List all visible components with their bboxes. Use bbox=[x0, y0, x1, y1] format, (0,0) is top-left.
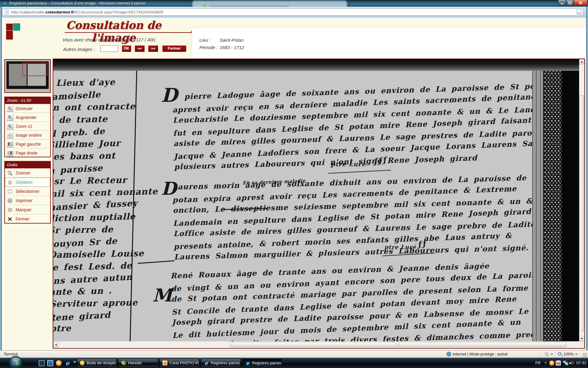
taskbar-button-label: Registres paroissiau... bbox=[252, 361, 282, 365]
paragraph-initial: M bbox=[153, 286, 172, 305]
sidebar-item-zoomer[interactable]: Zoomer bbox=[5, 168, 50, 178]
arrow-down-icon bbox=[581, 338, 583, 339]
manuscript-paragraph-1: pierre Ladogue âage de soixante ans ou e… bbox=[172, 80, 554, 173]
horizontal-scrollbar[interactable] bbox=[53, 341, 584, 348]
outlook-icon[interactable] bbox=[56, 360, 62, 366]
horizontal-scroll-thumb[interactable] bbox=[230, 342, 567, 347]
sidebar-item-imprimer[interactable]: Imprimer bbox=[5, 196, 50, 205]
ie-icon: e bbox=[3, 1, 6, 6]
vertical-scroll-thumb[interactable] bbox=[579, 95, 584, 332]
minimize-button[interactable] bbox=[558, 0, 566, 6]
thumb-grip bbox=[396, 343, 397, 346]
page-icon bbox=[5, 10, 9, 14]
book-top-edge bbox=[53, 59, 579, 71]
previous-image-button[interactable]: «« bbox=[135, 45, 145, 52]
thumbnail-viewport-rect[interactable] bbox=[22, 63, 47, 76]
scroll-down-button[interactable] bbox=[579, 336, 584, 341]
tray-expand-chevron[interactable]: < bbox=[545, 361, 547, 365]
taskbar-button[interactable]: Registres paroissiau... bbox=[243, 359, 282, 367]
mcafee-icon[interactable]: M bbox=[556, 360, 561, 366]
sidebar-item-fermer[interactable]: Fermer bbox=[5, 214, 50, 224]
printer-icon bbox=[6, 197, 13, 204]
sidebar-item-page-droite[interactable]: Page droite bbox=[5, 148, 50, 157]
sidebar-item-image-entiere[interactable]: Image entière bbox=[5, 131, 50, 140]
sidebar-item-deplacer[interactable]: Déplacer bbox=[5, 178, 50, 187]
logo-square-red-bottom bbox=[6, 31, 13, 40]
priest-signature: ptre Luré bbox=[331, 160, 366, 168]
book-cover-texture bbox=[544, 59, 562, 341]
window-frame-right bbox=[586, 7, 588, 358]
chevron-down-icon[interactable] bbox=[551, 354, 553, 355]
scroll-up-button[interactable] bbox=[579, 59, 584, 64]
quicklaunch-overflow-chevron[interactable]: » bbox=[74, 359, 76, 364]
close-button[interactable] bbox=[574, 0, 587, 6]
sidebar-item-zoom-x1[interactable]: 1 Zoom x1 bbox=[5, 122, 50, 131]
resize-grip[interactable] bbox=[583, 353, 587, 357]
manuscript-paragraph-3: René Rouaux âage de trante ans ou enviro… bbox=[170, 258, 556, 341]
tools-panel-title: Outils bbox=[5, 162, 50, 168]
statusbar-separator bbox=[555, 351, 556, 357]
start-button[interactable] bbox=[9, 356, 23, 368]
taskbar-button[interactable]: Registres paroissiau... bbox=[201, 359, 240, 367]
sidebar-item-augmenter[interactable]: Augmenter bbox=[5, 113, 50, 122]
sidebar-item-selectionner[interactable]: Sélectionner bbox=[5, 187, 50, 196]
globe-icon bbox=[447, 352, 451, 357]
manuscript-text-line: ante & un . bbox=[53, 284, 150, 298]
manuscript-viewport[interactable]: s Lieux d'ayeDamoiselleun ont contractei… bbox=[53, 59, 579, 341]
background-window-ghost bbox=[192, 1, 347, 7]
svg-text:1: 1 bbox=[9, 125, 10, 127]
taskbar-button-label: Boîte de réception - ... bbox=[87, 361, 116, 365]
navigation-thumbnail[interactable] bbox=[4, 59, 51, 93]
ink-underline bbox=[328, 170, 391, 174]
taskbar-button[interactable]: Heredis bbox=[119, 359, 158, 367]
scroll-left-button[interactable] bbox=[53, 342, 58, 347]
magnifier-minus-icon bbox=[6, 105, 13, 112]
zoom-panel: Zoom : x1.00 Diminuer Augmenter 1 Zoom x… bbox=[4, 97, 51, 157]
language-indicator[interactable]: FR bbox=[535, 361, 541, 365]
sidebar-item-marquer[interactable]: Marquer bbox=[5, 205, 50, 214]
page-left-icon bbox=[6, 141, 13, 148]
window-title: Registres paroissiaux - Consultation d'u… bbox=[9, 1, 146, 6]
address-bar: http://sallevirtuelle.cotesdarmor.fr/EC/… bbox=[0, 7, 588, 17]
taskbar-button[interactable]: Boîte de réception - ... bbox=[77, 359, 116, 367]
sidebar-item-page-gauche[interactable]: Page gauche bbox=[5, 140, 50, 148]
scrollbar-corner bbox=[579, 341, 584, 348]
window-titlebar[interactable]: e Registres paroissiaux - Consultation d… bbox=[0, 0, 588, 7]
volume-muted-icon[interactable] bbox=[569, 361, 575, 366]
sidebar-item-label: Page droite bbox=[16, 151, 38, 155]
taskbar-button-label: Heredis bbox=[128, 361, 142, 365]
arrow-up-icon bbox=[581, 61, 583, 63]
zoom-dropdown-icon[interactable] bbox=[575, 354, 578, 355]
other-images-input[interactable] bbox=[100, 45, 118, 52]
task-app-icon bbox=[204, 360, 209, 366]
ie-icon[interactable]: e bbox=[64, 360, 70, 366]
sidebar-item-label: Diminuer bbox=[16, 106, 33, 111]
address-field[interactable]: http://sallevirtuelle.cotesdarmor.fr/EC/… bbox=[2, 8, 583, 16]
taskbar-button[interactable]: Corel PHOTO-PAIN... bbox=[160, 359, 199, 367]
magnifier-plus-icon bbox=[6, 114, 13, 121]
next-image-button[interactable]: »» bbox=[148, 45, 158, 52]
network-icon[interactable] bbox=[563, 361, 568, 366]
show-desktop-icon[interactable] bbox=[39, 360, 45, 366]
signature-flourish: ƒƒƒ bbox=[373, 155, 388, 166]
maximize-button[interactable] bbox=[566, 0, 574, 6]
image-counter-text: Vous avez choisi d'afficher l'image : 11… bbox=[62, 37, 156, 42]
statusbar-separator bbox=[540, 351, 540, 357]
hand-icon bbox=[6, 179, 13, 186]
protected-mode-icon[interactable] bbox=[543, 352, 548, 357]
compatibility-view-icon[interactable] bbox=[577, 10, 582, 14]
task-app-icon bbox=[245, 360, 250, 366]
sidebar-item-label: Marquer bbox=[16, 207, 32, 212]
thumb-grip bbox=[399, 343, 400, 346]
ok-button[interactable]: OK bbox=[122, 45, 131, 52]
clock[interactable]: 07:32 bbox=[576, 361, 586, 365]
outlook-tray-icon[interactable] bbox=[549, 360, 555, 366]
sidebar-item-diminuer[interactable]: Diminuer bbox=[5, 104, 50, 113]
url-path: /EC/ecx/consult.aspx?image=0517343430438… bbox=[74, 10, 163, 14]
url-scheme: http://sallevirtuelle. bbox=[11, 10, 45, 14]
sidebar-item-label: Imprimer bbox=[16, 198, 32, 203]
security-zone-text: Internet | Mode protégé : activé bbox=[453, 352, 508, 356]
vertical-scrollbar[interactable] bbox=[579, 59, 584, 341]
fermer-button[interactable]: Fermer bbox=[162, 45, 186, 52]
switch-windows-icon[interactable] bbox=[47, 360, 53, 366]
